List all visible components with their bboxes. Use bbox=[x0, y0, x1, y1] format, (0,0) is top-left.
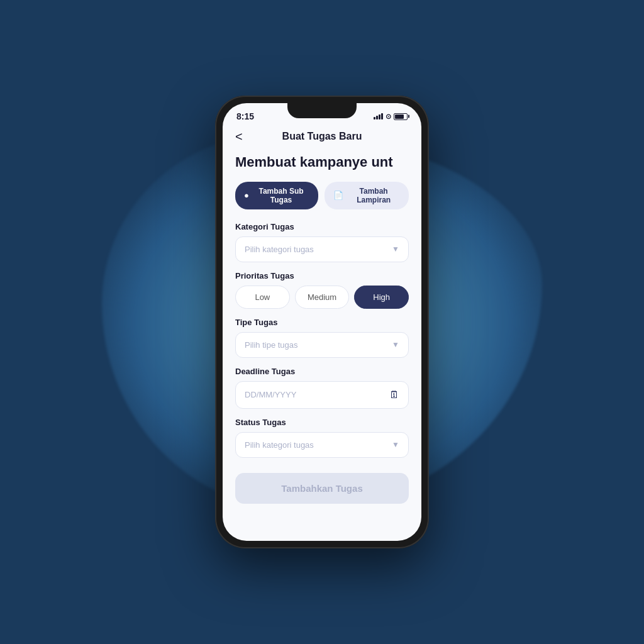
calendar-icon: 🗓 bbox=[389, 389, 399, 401]
task-title-input[interactable] bbox=[235, 153, 409, 172]
attachment-icon: 📄 bbox=[333, 191, 343, 200]
type-dropdown[interactable]: Pilih tipe tugas ▼ bbox=[235, 332, 409, 358]
phone-wrapper: 8:15 ⊙ < Buat Tugas Baru bbox=[215, 96, 429, 548]
status-label: Status Tugas bbox=[235, 418, 409, 427]
battery-icon bbox=[394, 113, 408, 120]
signal-icon bbox=[374, 113, 383, 119]
category-dropdown[interactable]: Pilih kategori tugas ▼ bbox=[235, 236, 409, 262]
page-title: Buat Tugas Baru bbox=[282, 131, 362, 142]
priority-high-label: High bbox=[373, 292, 390, 302]
priority-high-button[interactable]: High bbox=[354, 286, 409, 309]
action-buttons: ● Tambah Sub Tugas 📄 Tambah Lampiran bbox=[235, 182, 409, 209]
notch bbox=[287, 103, 357, 118]
priority-label: Prioritas Tugas bbox=[235, 271, 409, 280]
category-placeholder: Pilih kategori tugas bbox=[245, 245, 314, 254]
status-time: 8:15 bbox=[236, 111, 254, 121]
priority-low-label: Low bbox=[255, 292, 270, 302]
add-subtask-icon: ● bbox=[244, 191, 249, 200]
category-dropdown-arrow: ▼ bbox=[392, 245, 399, 253]
phone-screen: 8:15 ⊙ < Buat Tugas Baru bbox=[223, 103, 421, 541]
deadline-placeholder: DD/MM/YYYY bbox=[245, 390, 296, 399]
priority-medium-button[interactable]: Medium bbox=[295, 286, 350, 309]
priority-group: Low Medium High bbox=[235, 286, 409, 309]
add-subtask-label: Tambah Sub Tugas bbox=[253, 187, 309, 204]
phone-frame: 8:15 ⊙ < Buat Tugas Baru bbox=[215, 96, 429, 548]
status-icons: ⊙ bbox=[374, 113, 408, 121]
priority-low-button[interactable]: Low bbox=[235, 286, 290, 309]
status-dropdown-arrow: ▼ bbox=[392, 440, 399, 449]
add-attachment-button[interactable]: 📄 Tambah Lampiran bbox=[325, 182, 409, 209]
type-placeholder: Pilih tipe tugas bbox=[245, 340, 298, 350]
type-dropdown-arrow: ▼ bbox=[392, 340, 399, 349]
header: < Buat Tugas Baru bbox=[223, 126, 421, 147]
type-label: Tipe Tugas bbox=[235, 318, 409, 327]
deadline-label: Deadline Tugas bbox=[235, 367, 409, 376]
status-placeholder: Pilih kategori tugas bbox=[245, 440, 314, 450]
add-attachment-label: Tambah Lampiran bbox=[347, 187, 400, 204]
wifi-icon: ⊙ bbox=[386, 113, 391, 121]
back-button[interactable]: < bbox=[235, 130, 243, 144]
deadline-input[interactable]: DD/MM/YYYY 🗓 bbox=[235, 381, 409, 409]
status-dropdown[interactable]: Pilih kategori tugas ▼ bbox=[235, 432, 409, 458]
content-area: ● Tambah Sub Tugas 📄 Tambah Lampiran Kat… bbox=[223, 147, 421, 541]
add-subtask-button[interactable]: ● Tambah Sub Tugas bbox=[235, 182, 318, 209]
priority-medium-label: Medium bbox=[308, 292, 336, 302]
submit-button[interactable]: Tambahkan Tugas bbox=[235, 473, 409, 504]
category-label: Kategori Tugas bbox=[235, 222, 409, 231]
